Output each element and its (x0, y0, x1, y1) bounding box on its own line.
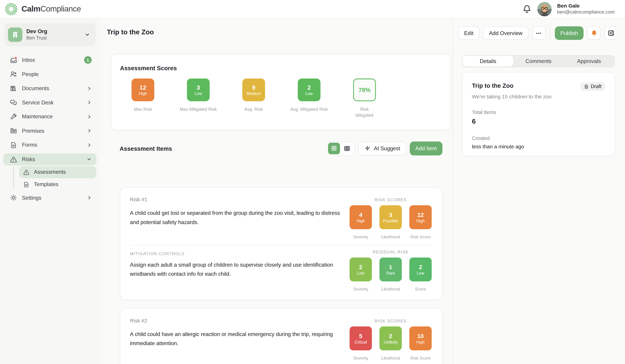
badge-label: Severity (350, 234, 372, 239)
tab-details[interactable]: Details (463, 56, 513, 67)
assessment-items-title: Assessment Items (120, 145, 172, 152)
tab-approvals[interactable]: Approvals (564, 56, 614, 67)
score-value: 9 (252, 84, 255, 91)
sidebar-item-label: Assessments (34, 169, 66, 175)
score-level: Low (306, 91, 313, 96)
sidebar-item-risks[interactable]: Risks (3, 153, 96, 165)
add-overview-button[interactable]: Add Overview (483, 26, 529, 40)
sidebar-item-label: Service Desk (22, 100, 54, 106)
total-items-label: Total Items (472, 110, 605, 115)
created-label: Created (472, 135, 605, 141)
edit-button[interactable]: Edit (458, 26, 479, 40)
status-badge: Draft (580, 82, 605, 91)
risk-name: Risk #2 (130, 318, 345, 324)
score-max-mitigated-risk: 3 Low Max Mitigated Risk (171, 78, 226, 118)
sidebar-nav: Inbox 1 People (0, 53, 100, 205)
total-items-value: 6 (472, 118, 605, 125)
sidebar-item-forms[interactable]: Forms (3, 138, 96, 152)
residual-risk-group: RESIDUAL RISK 2Low 1Rare 2Low (350, 245, 432, 291)
chevron-right-icon (87, 86, 92, 91)
sparkle-icon (364, 145, 371, 152)
draft-document-icon (584, 84, 589, 89)
risk-description: A child could get lost or separated from… (130, 209, 345, 227)
sidebar-item-assessments[interactable]: Assessments (19, 166, 96, 178)
org-building-icon (8, 28, 22, 42)
likelihood-badge: 2Unlikely (379, 326, 402, 350)
chat-bubbles-icon (10, 98, 18, 106)
sidebar-item-service-desk[interactable]: Service Desk (3, 95, 96, 110)
people-icon (10, 70, 18, 78)
actions-divider (550, 26, 550, 40)
brand-name-light: Compliance (40, 4, 81, 13)
user-meta: Ben Gale ben@calmcompliance.com (557, 3, 615, 15)
brand-name: CalmCompliance (22, 4, 81, 14)
assessment-scores-title: Assessment Scores (111, 54, 451, 71)
sidebar: Dev Org Ben Trust Inbox 1 (0, 18, 100, 364)
panel-tabs: Details Comments Approvals (462, 55, 615, 67)
badge-label: Score (409, 287, 432, 291)
score-badge: 3 Low (187, 78, 210, 101)
badge-label: Likelihood (379, 356, 402, 360)
badge-label: Likelihood (379, 287, 402, 291)
risk-item-card[interactable]: Risk #2 A child could have an allergic r… (120, 308, 442, 364)
score-label: Max Mitigated Risk (179, 106, 217, 112)
notifications-bell-icon[interactable] (522, 4, 531, 14)
severity-badge: 2Low (350, 258, 372, 281)
chevron-right-icon (87, 100, 92, 105)
status-label: Draft (591, 84, 601, 90)
score-label: Avg. Risk (235, 106, 273, 112)
warning-triangle-icon (23, 168, 30, 176)
page-title: Trip to the Zoo (107, 28, 154, 36)
score-value: 12 (140, 84, 146, 91)
documents-icon (10, 85, 18, 92)
risk-scores-group: RISK SCORES 5Critical 2Unlikely 10High (350, 315, 432, 360)
panel-toggle-icon (607, 30, 615, 37)
assessment-items-header: Assessment Items (111, 140, 442, 156)
org-switcher[interactable]: Dev Org Ben Trust (4, 23, 96, 46)
score-max-risk: 12 High Max Risk (115, 78, 171, 118)
tab-comments[interactable]: Comments (513, 56, 564, 67)
sidebar-item-label: Risks (22, 156, 35, 162)
risk-item-card[interactable]: Risk #1 A child could get lost or separa… (120, 187, 442, 300)
severity-badge: 5Critical (350, 326, 372, 350)
add-item-button[interactable]: Add Item (410, 141, 442, 155)
table-view-button[interactable] (341, 143, 353, 154)
sidebar-item-people[interactable]: People (3, 67, 96, 81)
risk-scores-group: RISK SCORES 4High 3Possible 12High (350, 193, 432, 239)
risk-description: A child could have an allergic reaction … (130, 330, 345, 348)
assessment-title: Trip to the Zoo (472, 82, 514, 89)
score-avg-risk: 9 Medium Avg. Risk (226, 78, 281, 118)
badge-label: Severity (350, 356, 372, 360)
chevron-down-icon (87, 157, 92, 162)
chevron-down-icon (85, 32, 90, 38)
score-badge: 9 Medium (242, 78, 265, 101)
org-subtitle: Ben Trust (26, 35, 47, 41)
assessment-scores-card: Assessment Scores 12 High Max Risk 3 Low (111, 54, 451, 130)
buildings-icon (10, 127, 18, 135)
sidebar-item-inbox[interactable]: Inbox 1 (3, 53, 96, 67)
sidebar-item-settings[interactable]: Settings (3, 191, 96, 205)
sidebar-item-premises[interactable]: Premises (3, 124, 96, 138)
score-label: Avg. Mitigated Risk (290, 106, 328, 112)
sidebar-item-templates[interactable]: Templates (19, 178, 96, 190)
alerts-bell-button[interactable] (587, 26, 601, 40)
score-avg-mitigated-risk: 2 Low Avg. Mitigated Risk (281, 78, 337, 118)
document-icon (23, 181, 30, 188)
more-options-button[interactable]: ••• (532, 26, 545, 40)
user-avatar[interactable] (537, 2, 552, 16)
score-value: 3 (197, 84, 200, 91)
sidebar-item-maintenance[interactable]: Maintenance (3, 110, 96, 124)
view-toggle (326, 141, 355, 155)
ai-suggest-button[interactable]: AI Suggest (358, 141, 406, 155)
sidebar-item-label: Templates (34, 181, 58, 187)
score-level: Medium (247, 91, 261, 96)
toggle-side-panel-button[interactable] (604, 26, 618, 40)
publish-button[interactable]: Publish (555, 26, 584, 40)
risk-scores-caption: RISK SCORES (350, 318, 432, 323)
wrench-icon (10, 113, 18, 121)
grid-view-button[interactable] (328, 143, 340, 154)
score-level: High (139, 91, 147, 96)
mitigation-text: Assign each adult a small group of child… (130, 261, 345, 279)
sidebar-item-documents[interactable]: Documents (3, 81, 96, 95)
brand-logo[interactable]: CalmCompliance (0, 2, 81, 16)
